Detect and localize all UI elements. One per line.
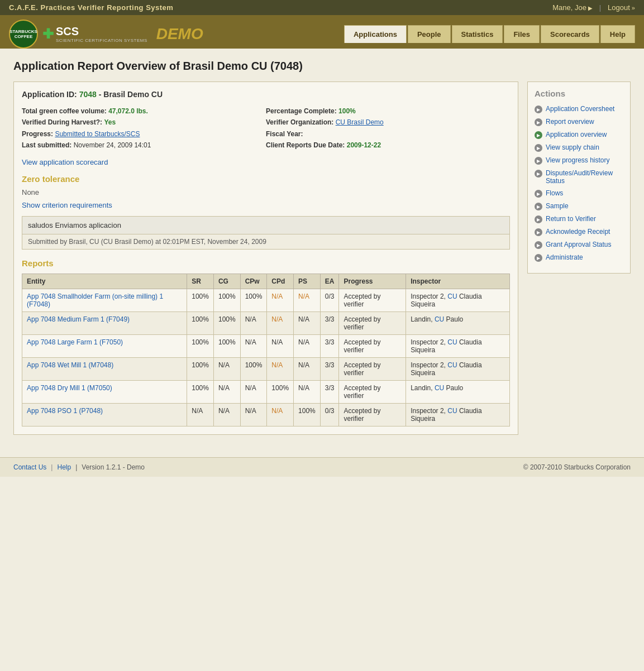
- scs-plus-icon: ✚: [42, 26, 54, 42]
- scorecard-link[interactable]: View application scorecard: [22, 158, 108, 166]
- cell-sr: 100%: [187, 380, 214, 403]
- footer-version: Version 1.2.1 - Demo: [82, 463, 145, 471]
- nav-applications[interactable]: Applications: [344, 25, 407, 43]
- action-link[interactable]: Sample: [546, 202, 569, 210]
- cell-cpw: N/A: [240, 334, 267, 357]
- contact-us-link[interactable]: Contact Us: [13, 463, 46, 471]
- action-arrow-icon: ▶: [535, 254, 542, 262]
- inspector-cu-link[interactable]: CU: [447, 338, 457, 346]
- cell-ps: 100%: [294, 403, 321, 426]
- user-name[interactable]: Mane, Joe: [552, 3, 592, 12]
- main-layout: Application ID: 7048 - Brasil Demo CU To…: [13, 82, 631, 435]
- client-reports-row: Client Reports Due Date: 2009-12-22: [266, 140, 510, 151]
- entity-link[interactable]: App 7048 Medium Farm 1 (F7049): [27, 315, 130, 323]
- last-submitted-value: November 24, 2009 14:01: [74, 141, 151, 149]
- actions-title: Actions: [535, 89, 623, 98]
- action-arrow-icon: ▶: [535, 106, 542, 113]
- action-link[interactable]: View progress history: [546, 156, 610, 164]
- nav-help[interactable]: Help: [600, 25, 635, 43]
- fiscal-year-label: Fiscal Year:: [266, 130, 303, 138]
- header: STARBUCKS COFFEE ✚ SCSSCIENTIFIC CERTIFI…: [0, 15, 644, 49]
- show-criterion-link[interactable]: Show criterion requirements: [22, 201, 112, 209]
- progress-label: Progress:: [22, 130, 53, 138]
- scs-subtitle: SCIENTIFIC CERTIFICATION SYSTEMS: [56, 38, 147, 43]
- table-row: App 7048 Wet Mill 1 (M7048)100%N/A100%N/…: [22, 357, 510, 380]
- cell-progress: Accepted by verifier: [339, 357, 406, 380]
- app-info-grid: Total green coffee volume: 47,072.0 lbs.…: [22, 106, 510, 151]
- action-link[interactable]: Acknowledge Receipt: [546, 228, 610, 236]
- action-link[interactable]: Grant Approval Status: [546, 241, 611, 248]
- cell-sr: 100%: [187, 357, 214, 380]
- cell-cg: 100%: [213, 334, 240, 357]
- action-item: ▶Administrate: [535, 253, 623, 262]
- action-item: ▶Disputes/Audit/Review Status: [535, 169, 623, 185]
- percentage-value: 100%: [338, 107, 356, 115]
- action-link[interactable]: Application Coversheet: [546, 105, 614, 113]
- fiscal-year-row: Fiscal Year:: [266, 128, 510, 140]
- inspector-cu-link[interactable]: CU: [447, 407, 457, 415]
- app-id-bar: Application ID: 7048 - Brasil Demo CU: [22, 90, 510, 99]
- nav-people[interactable]: People: [408, 25, 451, 43]
- inspector-cu-link[interactable]: CU: [447, 361, 457, 369]
- cell-cg: N/A: [213, 380, 240, 403]
- inspector-cu-link[interactable]: CU: [435, 384, 444, 392]
- action-item: ▶Grant Approval Status: [535, 241, 623, 249]
- volume-value: 47,072.0 lbs.: [108, 107, 148, 115]
- cell-cg: N/A: [213, 403, 240, 426]
- logout-button[interactable]: Logout: [608, 3, 635, 12]
- cell-ps: N/A: [294, 311, 321, 334]
- cell-entity: App 7048 PSO 1 (P7048): [22, 403, 187, 426]
- nav-scorecards[interactable]: Scorecards: [541, 25, 599, 43]
- reports-title: Reports: [22, 258, 510, 268]
- cell-cpd: N/A: [267, 403, 294, 426]
- footer: Contact Us | Help | Version 1.2.1 - Demo…: [0, 457, 644, 477]
- nav-statistics[interactable]: Statistics: [452, 25, 503, 43]
- logos: STARBUCKS COFFEE ✚ SCSSCIENTIFIC CERTIFI…: [9, 20, 203, 49]
- last-submitted-row: Last submitted: November 24, 2009 14:01: [22, 140, 266, 151]
- entity-link[interactable]: App 7048 Wet Mill 1 (M7048): [27, 361, 113, 369]
- demo-label: DEMO: [156, 25, 203, 43]
- action-link[interactable]: Administrate: [546, 253, 583, 261]
- inspector-cu-link[interactable]: CU: [447, 293, 457, 300]
- reports-table: Entity SR CG CPw CPd PS EA Progress Insp…: [22, 274, 510, 426]
- verified-row: Verified During Harvest?: Yes: [22, 117, 266, 128]
- table-row: App 7048 PSO 1 (P7048)N/AN/AN/AN/A100%0/…: [22, 403, 510, 426]
- nav-files[interactable]: Files: [504, 25, 540, 43]
- action-item: ▶Acknowledge Receipt: [535, 228, 623, 236]
- cell-inspector: Inspector 2, CU Claudia Siqueira: [406, 357, 510, 380]
- zero-tolerance-value: None: [22, 188, 510, 196]
- left-panel: Application ID: 7048 - Brasil Demo CU To…: [13, 82, 518, 435]
- app-info-left: Total green coffee volume: 47,072.0 lbs.…: [22, 106, 266, 151]
- action-link[interactable]: Return to Verifier: [546, 215, 596, 223]
- action-link[interactable]: Disputes/Audit/Review Status: [546, 169, 623, 185]
- entity-link[interactable]: App 7048 Dry Mill 1 (M7050): [27, 384, 112, 392]
- col-cpd: CPd: [267, 274, 294, 289]
- action-link[interactable]: Report overview: [546, 118, 594, 126]
- page-content: Application Report Overview of Brasil De…: [0, 49, 644, 446]
- cell-progress: Accepted by verifier: [339, 289, 406, 311]
- cell-progress: Accepted by verifier: [339, 380, 406, 403]
- entity-link[interactable]: App 7048 Large Farm 1 (F7050): [27, 338, 123, 346]
- col-inspector: Inspector: [406, 274, 510, 289]
- footer-copyright: © 2007-2010 Starbucks Corporation: [523, 463, 631, 471]
- action-arrow-icon: ▶: [535, 241, 542, 249]
- action-arrow-icon: ▶: [535, 170, 542, 178]
- cell-inspector: Inspector 2, CU Claudia Siqueira: [406, 403, 510, 426]
- cell-ps: N/A: [294, 380, 321, 403]
- cell-ea: 3/3: [320, 380, 339, 403]
- action-item: ▶View supply chain: [535, 143, 623, 152]
- scs-logo: ✚ SCSSCIENTIFIC CERTIFICATION SYSTEMS: [42, 25, 147, 43]
- entity-link[interactable]: App 7048 PSO 1 (P7048): [27, 407, 103, 415]
- cell-entity: App 7048 Medium Farm 1 (F7049): [22, 311, 187, 334]
- footer-help-link[interactable]: Help: [57, 463, 71, 471]
- action-item: ▶Return to Verifier: [535, 215, 623, 223]
- cell-cpw: 100%: [240, 357, 267, 380]
- entity-link[interactable]: App 7048 Smallholder Farm (on-site milli…: [27, 293, 163, 308]
- inspector-cu-link[interactable]: CU: [435, 315, 444, 323]
- app-id-label: Application ID:: [22, 90, 77, 99]
- action-link[interactable]: Flows: [546, 189, 563, 197]
- table-row: App 7048 Dry Mill 1 (M7050)100%N/AN/A100…: [22, 380, 510, 403]
- action-link[interactable]: View supply chain: [546, 143, 599, 151]
- action-arrow-icon: ▶: [535, 215, 542, 223]
- action-link[interactable]: Application overview: [546, 131, 607, 138]
